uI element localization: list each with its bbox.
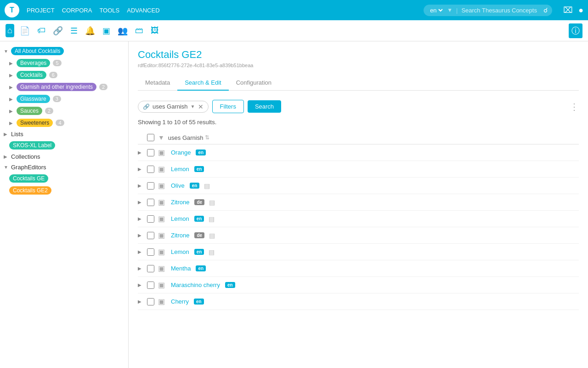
beverages-chip[interactable]: Beverages (17, 59, 50, 67)
nav-project[interactable]: PROJECT (27, 7, 55, 14)
link-icon[interactable]: 🔗 (51, 24, 65, 38)
row-expand-icon[interactable]: ▶ (138, 282, 143, 288)
row-checkbox[interactable] (147, 248, 154, 256)
table-row: ▶ ▣ Lemon en ▤ (138, 211, 579, 227)
cocktails-ge2-chip[interactable]: Cocktails GE2 (9, 186, 51, 195)
row-concept-link[interactable]: Maraschino cherry (171, 282, 220, 288)
row-concept-icon: ▣ (158, 231, 167, 240)
header-dropdown-icon[interactable]: ▼ (158, 134, 164, 141)
sidebar-garnish[interactable]: ▶ Garnish and other ingredients 2 (0, 81, 128, 93)
server-icon[interactable]: 🖼 (149, 24, 161, 37)
row-checkbox[interactable] (147, 215, 154, 223)
row-concept-icon: ▣ (158, 148, 167, 157)
sort-icon: ⇅ (205, 134, 209, 141)
row-concept-link[interactable]: Lemon (171, 215, 189, 222)
lang-badge: de (194, 232, 204, 238)
cocktails-chip[interactable]: Cocktails (17, 71, 46, 79)
stack-icon: ▤ (204, 182, 210, 190)
row-concept-link[interactable]: Zitrone (171, 232, 189, 239)
row-concept-link[interactable]: Lemon (171, 248, 189, 255)
row-checkbox[interactable] (147, 149, 154, 156)
tab-search-edit[interactable]: Search & Edit (177, 75, 229, 91)
list-icon[interactable]: ☰ (68, 24, 79, 38)
cocktails-ge-chip[interactable]: Cocktails GE (9, 174, 48, 183)
garnish-chip[interactable]: Garnish and other ingredients (17, 83, 96, 91)
db-icon[interactable]: 🗃 (133, 24, 145, 37)
lang-badge: en (225, 282, 235, 288)
lang-badge: en (194, 216, 204, 222)
active-filter-chip[interactable]: 🔗 uses Garnish ▼ ✕ (138, 101, 209, 113)
filter-chip-caret-icon[interactable]: ▼ (191, 104, 195, 109)
sidebar-cocktails-ge2[interactable]: Cocktails GE2 (0, 184, 128, 196)
global-search-input[interactable] (461, 7, 541, 14)
sidebar: ▼ All About Cocktails ▶ Beverages 5 ▶ Co… (0, 41, 129, 368)
row-concept-link[interactable]: Cherry (171, 298, 189, 305)
new-doc-icon[interactable]: 📄 (18, 24, 32, 38)
sweeteners-chip[interactable]: Sweeteners (17, 119, 53, 127)
column-uses-garnish[interactable]: uses Garnish ⇅ (168, 134, 210, 141)
nav-tools[interactable]: TOOLS (99, 7, 119, 14)
filters-button[interactable]: Filters (212, 100, 244, 113)
logo[interactable]: T (5, 3, 19, 17)
row-concept-link[interactable]: Orange (171, 149, 191, 156)
table-row: ▶ ▣ Mentha en (138, 260, 579, 277)
nav-advanced[interactable]: ADVANCED (127, 7, 159, 14)
sidebar-section-lists[interactable]: ▶ Lists (0, 129, 128, 139)
sidebar-skos[interactable]: SKOS-XL Label (0, 139, 128, 151)
search-button[interactable]: Search (248, 100, 281, 113)
grid-icon[interactable]: ⌧ (563, 5, 573, 15)
tab-metadata[interactable]: Metadata (138, 75, 177, 91)
lang-badge: en (194, 249, 204, 255)
sidebar-section-grapheditors[interactable]: ▼ GraphEditors (0, 162, 128, 172)
sidebar-section-collections[interactable]: ▶ Collections (0, 151, 128, 162)
glassware-count: 3 (53, 96, 61, 102)
row-checkbox[interactable] (147, 166, 154, 173)
row-expand-icon[interactable]: ▶ (138, 266, 143, 271)
row-concept-link[interactable]: Olive (171, 182, 185, 189)
more-options-icon[interactable]: ⋮ (570, 101, 579, 112)
info-icon[interactable]: ⓘ (569, 23, 582, 38)
sidebar-beverages[interactable]: ▶ Beverages 5 (0, 57, 128, 69)
sidebar-sweeteners[interactable]: ▶ Sweeteners 4 (0, 117, 128, 129)
tag-icon[interactable]: 🏷 (35, 24, 47, 37)
tab-configuration[interactable]: Configuration (229, 75, 279, 91)
sidebar-cocktails[interactable]: ▶ Cocktails 6 (0, 69, 128, 81)
row-checkbox[interactable] (147, 182, 154, 190)
lang-selector[interactable]: en de (428, 6, 444, 14)
tree-icon[interactable]: ▣ (101, 24, 112, 38)
row-checkbox[interactable] (147, 265, 154, 272)
row-checkbox[interactable] (147, 232, 154, 239)
select-all-checkbox[interactable] (147, 134, 154, 141)
users-icon[interactable]: 👥 (116, 24, 130, 38)
sidebar-root-item[interactable]: ▼ All About Cocktails (0, 45, 128, 57)
row-expand-icon[interactable]: ▶ (138, 216, 143, 221)
row-concept-link[interactable]: Zitrone (171, 199, 189, 206)
row-expand-icon[interactable]: ▶ (138, 249, 143, 254)
glassware-chip[interactable]: Glassware (17, 95, 50, 103)
row-expand-icon[interactable]: ▶ (138, 233, 143, 238)
sidebar-cocktails-ge[interactable]: Cocktails GE (0, 172, 128, 184)
sidebar-glassware[interactable]: ▶ Glassware 3 (0, 93, 128, 105)
home-icon[interactable]: ⌂ (6, 24, 14, 37)
bell-icon[interactable]: 🔔 (83, 24, 97, 38)
row-checkbox[interactable] (147, 199, 154, 206)
root-chip[interactable]: All About Cocktails (11, 47, 64, 55)
filter-chip-remove-icon[interactable]: ✕ (198, 103, 204, 110)
row-expand-icon[interactable]: ▶ (138, 167, 143, 172)
results-rows: ▶ ▣ Orange en ▶ ▣ Lemon en ▶ ▣ Olive en … (138, 144, 579, 310)
row-expand-icon[interactable]: ▶ (138, 200, 143, 205)
row-checkbox[interactable] (147, 298, 154, 305)
row-expand-icon[interactable]: ▶ (138, 299, 143, 304)
skos-chip[interactable]: SKOS-XL Label (9, 141, 55, 150)
beverages-count: 5 (53, 60, 61, 66)
user-icon[interactable]: ● (578, 6, 583, 15)
row-concept-link[interactable]: Mentha (171, 265, 191, 272)
row-checkbox[interactable] (147, 282, 154, 289)
row-concept-link[interactable]: Lemon (171, 166, 189, 172)
filter-link-icon: 🔗 (143, 104, 150, 110)
row-expand-icon[interactable]: ▶ (138, 183, 143, 188)
sidebar-sauces[interactable]: ▶ Sauces 2 (0, 105, 128, 117)
nav-corpora[interactable]: CORPORA (62, 7, 92, 14)
sauces-chip[interactable]: Sauces (17, 107, 42, 115)
row-expand-icon[interactable]: ▶ (138, 150, 143, 155)
